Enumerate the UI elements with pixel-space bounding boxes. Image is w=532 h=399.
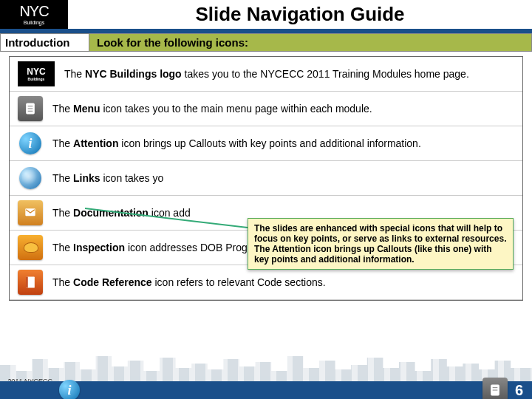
row-menu-desc: The Menu icon takes you to the main menu… bbox=[45, 103, 372, 115]
row-logo-desc: The NYC Buildings logo takes you to the … bbox=[57, 68, 469, 80]
row-attention: i The Attention icon brings up Callouts … bbox=[10, 126, 522, 161]
documentation-icon[interactable] bbox=[16, 199, 45, 227]
section-label: Introduction bbox=[1, 34, 89, 51]
row-links-desc: The Links icon takes yo bbox=[45, 172, 163, 184]
nyc-buildings-logo[interactable]: NYC Buildings bbox=[0, 0, 68, 29]
row-logo: NYCBuildings The NYC Buildings logo take… bbox=[10, 57, 522, 92]
callout-box: The slides are enhanced with special ico… bbox=[248, 218, 514, 270]
footer-menu-icon[interactable] bbox=[482, 378, 508, 399]
row-code-reference-desc: The Code Reference icon refers to releva… bbox=[45, 276, 326, 288]
svg-rect-6 bbox=[26, 277, 28, 288]
row-links: The Links icon takes yo bbox=[10, 161, 522, 196]
attention-icon[interactable]: i bbox=[16, 129, 45, 157]
inspection-icon[interactable] bbox=[16, 233, 45, 262]
links-icon[interactable] bbox=[16, 164, 45, 192]
row-documentation-desc: The Documentation icon add bbox=[45, 207, 191, 219]
header: NYC Buildings Slide Navigation Guide bbox=[0, 0, 532, 30]
icon-guide-table: NYCBuildings The NYC Buildings logo take… bbox=[9, 56, 523, 301]
section-instruction: Look for the following icons: bbox=[89, 34, 531, 51]
code-reference-icon[interactable] bbox=[16, 268, 45, 296]
skyline-graphic bbox=[0, 353, 532, 383]
footer: 2011 NYCECC July 2011 i 6 bbox=[0, 355, 532, 399]
row-code-reference: The Code Reference icon refers to releva… bbox=[10, 265, 522, 300]
footer-attention-icon[interactable]: i bbox=[59, 380, 80, 399]
row-attention-desc: The Attention icon brings up Callouts wi… bbox=[45, 137, 421, 149]
logo-subtext: Buildings bbox=[24, 20, 44, 25]
page-number: 6 bbox=[515, 382, 523, 399]
logo-text: NYC bbox=[19, 4, 48, 18]
row-menu: The Menu icon takes you to the main menu… bbox=[10, 92, 522, 126]
footer-bar: i 6 bbox=[0, 381, 532, 399]
menu-icon[interactable] bbox=[16, 95, 45, 123]
slide-title: Slide Navigation Guide bbox=[68, 0, 532, 29]
subheader: Introduction Look for the following icon… bbox=[0, 33, 532, 52]
svg-rect-4 bbox=[25, 208, 35, 216]
nyc-logo-icon[interactable]: NYCBuildings bbox=[16, 60, 57, 88]
